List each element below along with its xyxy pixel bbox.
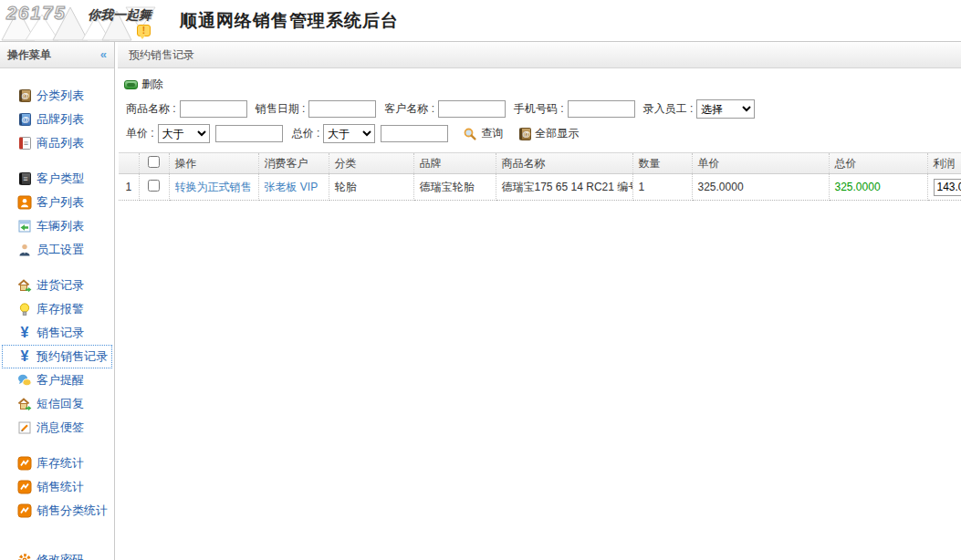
unit-price-label: 单价 : (126, 126, 154, 141)
delete-icon (124, 80, 138, 89)
col-product: 商品名称 (496, 153, 632, 174)
customer-link[interactable]: 张老板 VIP (265, 181, 319, 193)
house-arrow-icon (17, 278, 32, 293)
sidebar: 操作菜单 « @ 分类列表 @ 品牌列表 ≡ 商品列表 ≡ 客户类型 (0, 42, 115, 560)
logo-slogan: 你我一起舞 (88, 7, 151, 24)
brand-cell: 德瑞宝轮胎 (413, 174, 496, 201)
sidebar-item-stock-stats[interactable]: 库存统计 (2, 451, 112, 475)
profit-input[interactable] (934, 179, 961, 196)
note-icon (17, 420, 32, 435)
category-cell: 轮胎 (329, 174, 413, 201)
chat-icon (17, 373, 32, 388)
sidebar-item-sms-reply[interactable]: 短信回复 (2, 392, 112, 416)
unit-price-input[interactable] (215, 125, 283, 142)
chart-icon (17, 503, 32, 518)
sale-date-input[interactable] (308, 100, 376, 118)
notebook-icon: ≡ (17, 171, 32, 186)
tab-reserved-sales[interactable]: 预约销售记录 (118, 42, 961, 68)
sidebar-header: 操作菜单 « (0, 42, 114, 68)
customer-icon (17, 195, 32, 210)
app-header: 26175 你我一起舞 ! 顺通网络销售管理系统后台 (0, 0, 961, 42)
profit-cell (927, 174, 961, 201)
unit-price-operator-select[interactable]: 大于 (158, 124, 210, 143)
staff-icon (17, 243, 32, 257)
total-price-cell: 325.0000 (829, 174, 927, 201)
phone-label: 手机号码 : (514, 101, 564, 117)
sidebar-item-sales-stats[interactable]: 销售统计 (2, 475, 112, 499)
sale-date-label: 销售日期 : (256, 101, 306, 117)
records-table-wrap: 操作 消费客户 分类 品牌 商品名称 数量 单价 总价 利润 1 (119, 152, 961, 560)
unit-price-cell: 325.0000 (692, 174, 829, 201)
show-all-button[interactable]: @ 全部显示 (519, 126, 579, 141)
col-category: 分类 (329, 153, 413, 174)
page-title: 顺通网络销售管理系统后台 (180, 9, 399, 33)
sidebar-title: 操作菜单 (7, 42, 51, 67)
sidebar-item-brand-list[interactable]: @ 品牌列表 (2, 108, 112, 131)
site-logo: 26175 你我一起舞 (0, 0, 160, 41)
gear-icon (17, 553, 32, 560)
customer-name-input[interactable] (438, 100, 506, 118)
sidebar-item-vehicle-list[interactable]: 车辆列表 (2, 214, 112, 238)
address-book-icon: @ (17, 88, 32, 103)
delete-button[interactable]: 删除 (124, 77, 163, 92)
row-number-cell: 1 (119, 174, 139, 201)
sidebar-item-category-list[interactable]: @ 分类列表 (2, 84, 112, 108)
chart-icon (17, 480, 32, 494)
sidebar-item-goods-list[interactable]: ≡ 商品列表 (2, 131, 112, 155)
address-book-icon: @ (519, 128, 531, 140)
row-number-header (119, 153, 139, 174)
col-unit-price: 单价 (692, 153, 829, 174)
product-name-input[interactable] (180, 100, 247, 118)
col-brand: 品牌 (413, 153, 496, 174)
sidebar-item-message-notes[interactable]: 消息便签 (2, 416, 112, 440)
sidebar-item-customer-list[interactable]: 客户列表 (2, 191, 112, 214)
staff-label: 录入员工 : (643, 101, 694, 117)
row-select-cell (139, 174, 169, 201)
table-header-row: 操作 消费客户 分类 品牌 商品名称 数量 单价 总价 利润 (119, 153, 961, 174)
logo-number: 26175 (6, 3, 67, 24)
col-customer: 消费客户 (258, 153, 329, 174)
sidebar-item-change-password[interactable]: 修改密码 (2, 548, 112, 560)
sidebar-item-customer-reminder[interactable]: 客户提醒 (2, 368, 112, 392)
product-name-label: 商品名称 : (126, 101, 176, 117)
product-cell: 德瑞宝175 65 14 RC21 编号 (496, 174, 632, 201)
filter-panel: 商品名称 : 销售日期 : 客户名称 : 手机号码 : 录入员工 : (115, 97, 961, 146)
vehicle-icon (17, 219, 32, 233)
col-total-price: 总价 (829, 153, 927, 174)
quantity-cell: 1 (632, 174, 692, 201)
content-area: 预约销售记录 删除 商品名称 : 销售日期 : 客户名称 : (115, 42, 961, 560)
collapse-sidebar-icon[interactable]: « (100, 42, 107, 67)
alert-bubble-icon: ! (137, 25, 151, 36)
sidebar-item-purchase-records[interactable]: 进货记录 (2, 274, 112, 297)
goods-book-icon: ≡ (17, 136, 32, 150)
yen-icon: ¥ (17, 349, 32, 364)
sidebar-item-sales-category-stats[interactable]: 销售分类统计 (2, 499, 112, 523)
sidebar-item-customer-type[interactable]: ≡ 客户类型 (2, 167, 112, 191)
sidebar-item-staff-settings[interactable]: 员工设置 (2, 238, 112, 262)
col-quantity: 数量 (632, 153, 692, 174)
toolbar: 删除 (115, 68, 961, 95)
house-arrow-icon (17, 397, 32, 411)
yen-icon: ¥ (17, 326, 32, 340)
brand-book-icon: @ (17, 112, 32, 127)
chart-icon (17, 456, 32, 471)
total-price-operator-select[interactable]: 大于 (323, 124, 375, 143)
row-checkbox[interactable] (148, 180, 160, 192)
table-row: 1 转换为正式销售 张老板 VIP 轮胎 德瑞宝轮胎 德瑞宝175 65 14 … (119, 174, 961, 201)
total-price-input[interactable] (381, 125, 448, 142)
col-action: 操作 (169, 153, 258, 174)
bulb-icon (17, 302, 32, 316)
search-icon (463, 127, 477, 141)
sidebar-item-reserved-sales-records[interactable]: ¥ 预约销售记录 (2, 345, 112, 368)
sidebar-item-stock-alert[interactable]: 库存报警 (2, 297, 112, 321)
col-profit: 利润 (927, 153, 961, 174)
staff-select[interactable]: 选择 (696, 99, 755, 119)
sidebar-item-sales-records[interactable]: ¥ 销售记录 (2, 321, 112, 345)
phone-input[interactable] (568, 100, 635, 118)
total-price-label: 总价 : (292, 126, 320, 141)
select-all-header (139, 153, 169, 174)
query-button[interactable]: 查询 (463, 126, 503, 141)
select-all-checkbox[interactable] (148, 156, 160, 168)
customer-name-label: 客户名称 : (384, 101, 434, 117)
convert-to-formal-sale-link[interactable]: 转换为正式销售 (175, 181, 252, 193)
